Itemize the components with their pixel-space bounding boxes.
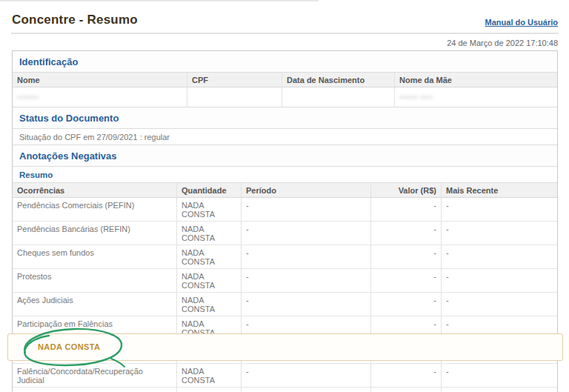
col-valor: Valor (R$) [371, 183, 442, 197]
page-title: Concentre - Resumo [12, 13, 138, 27]
resumo-subheading: Resumo [13, 167, 557, 183]
report-timestamp: 24 de Março de 2022 17:10:48 [447, 39, 558, 47]
manual-do-usuario-link[interactable]: Manual do Usuário [485, 18, 558, 27]
row-mais-recente: - [442, 293, 557, 316]
row-valor: - [371, 364, 442, 387]
row-label: Pendências Internas [13, 388, 177, 392]
table-row: Pendências Bancárias (REFIN) NADA CONSTA… [13, 222, 557, 245]
row-label: Ações Judiciais [13, 293, 177, 316]
row-valor: - [371, 222, 442, 245]
identificacao-table-header: Nome CPF Data de Nascimento Nome da Mãe [13, 73, 557, 87]
col-periodo: Período [242, 183, 371, 197]
row-label: Pendências Bancárias (REFIN) [13, 222, 177, 245]
row-periodo: - [242, 269, 371, 292]
row-mais-recente: - [442, 388, 557, 392]
title-divider [11, 33, 559, 34]
cell-nome-mae: ▪▪▪▪▪▪ ▪▪▪▪ [395, 87, 557, 107]
table-row: Falência/Concordata/Recuperação Judicial… [13, 364, 557, 388]
row-quantidade: NADA CONSTA [177, 198, 242, 221]
concentre-resumo-page: Concentre - Resumo Manual do Usuário 24 … [0, 0, 569, 392]
col-cpf: CPF [187, 73, 282, 87]
col-data-nascimento: Data de Nascimento [282, 73, 395, 87]
row-periodo: - [242, 245, 371, 268]
row-valor: - [371, 198, 442, 221]
identificacao-heading: Identificação [13, 51, 557, 73]
resumo-table-header: Ocorrências Quantidade Período Valor (R$… [13, 183, 557, 198]
row-periodo: - [242, 388, 371, 392]
row-periodo: - [242, 222, 371, 245]
row-valor: - [371, 388, 442, 392]
row-periodo: - [242, 198, 371, 221]
row-quantidade: NADA CONSTA [177, 245, 242, 268]
col-ocorrencias: Ocorrências [13, 183, 177, 197]
col-mais-recente: Mais Recente [442, 183, 557, 197]
row-mais-recente: - [442, 245, 557, 268]
table-row: Pendências Internas NADA CONSTA - - - [13, 388, 557, 392]
identificacao-table-row: ▪▪▪▪▪▪▪ ▪▪▪▪▪▪ ▪▪▪▪ [13, 87, 557, 107]
row-mais-recente: - [442, 269, 557, 292]
col-nome: Nome [13, 73, 187, 87]
situacao-cpf-text: Situação do CPF em 27/09/2021 : regular [13, 129, 557, 145]
redacted-name: ▪▪▪▪▪▪▪ [17, 93, 39, 101]
row-periodo: - [242, 364, 371, 387]
row-quantidade: NADA CONSTA [177, 222, 242, 245]
status-documento-heading: Status do Documento [13, 107, 557, 129]
row-valor: - [371, 269, 442, 292]
window-edge-line [0, 0, 319, 1]
table-row: Protestos NADA CONSTA - - - [13, 269, 557, 293]
row-mais-recente: - [442, 198, 557, 221]
row-quantidade: NADA CONSTA [177, 364, 242, 387]
row-mais-recente: - [442, 364, 557, 387]
redacted-mother-name: ▪▪▪▪▪▪ ▪▪▪▪ [399, 93, 433, 101]
row-mais-recente: - [442, 222, 557, 245]
row-valor: - [371, 293, 442, 316]
col-quantidade: Quantidade [177, 183, 242, 197]
table-row: Cheques sem fundos NADA CONSTA - - - [13, 245, 557, 269]
row-quantidade: NADA CONSTA [177, 269, 242, 292]
nada-consta-banner: NADA CONSTA [7, 333, 563, 361]
row-valor: - [371, 245, 442, 268]
row-label: Pendências Comerciais (PEFIN) [13, 198, 177, 221]
cell-nome: ▪▪▪▪▪▪▪ [13, 87, 187, 107]
table-row: Ações Judiciais NADA CONSTA - - - [13, 293, 557, 316]
col-nome-mae: Nome da Mãe [395, 73, 557, 87]
row-label: Falência/Concordata/Recuperação Judicial [13, 364, 177, 387]
cell-cpf [187, 87, 282, 107]
table-row: Pendências Comerciais (PEFIN) NADA CONST… [13, 198, 557, 222]
row-label: Cheques sem fundos [13, 245, 177, 268]
row-label: Protestos [13, 269, 177, 292]
row-quantidade: NADA CONSTA [177, 388, 242, 392]
row-quantidade: NADA CONSTA [177, 293, 242, 316]
row-periodo: - [242, 293, 371, 316]
cell-data-nascimento [282, 87, 395, 107]
anotacoes-negativas-heading: Anotações Negativas [13, 145, 557, 167]
